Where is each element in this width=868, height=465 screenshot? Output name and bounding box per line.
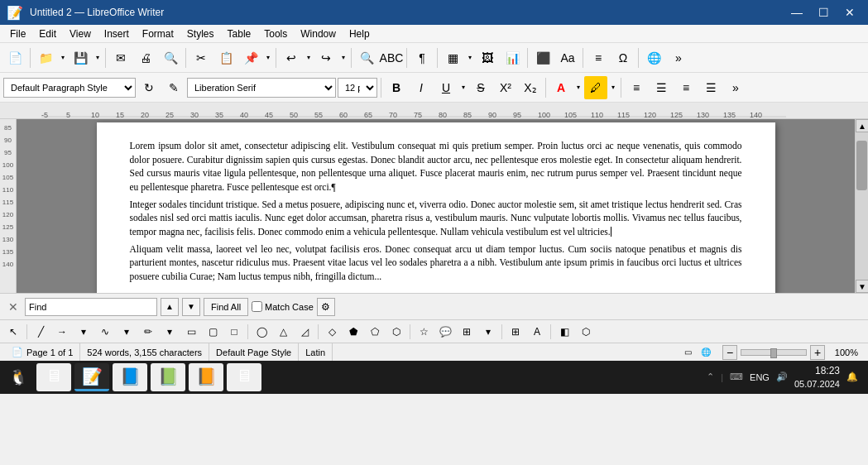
find-all-button[interactable]: Find All bbox=[204, 298, 248, 316]
justify-button[interactable]: ☰ bbox=[699, 76, 722, 99]
arrow-dropdown[interactable]: ▾ bbox=[74, 323, 94, 341]
font-color-button[interactable]: A bbox=[549, 76, 573, 99]
page-break-button[interactable]: ⬛ bbox=[531, 46, 554, 70]
zoom-out-button[interactable]: − bbox=[722, 345, 737, 360]
match-case-checkbox[interactable]: Match Case bbox=[252, 301, 314, 312]
align-right-button[interactable]: ≡ bbox=[674, 76, 698, 99]
underline-button[interactable]: U bbox=[434, 76, 458, 99]
open-dropdown[interactable]: ▾ bbox=[59, 46, 67, 70]
spellcheck-button[interactable]: ABC bbox=[380, 46, 403, 70]
paragraph-1[interactable]: Lorem ipsum dolor sit amet, consectetur … bbox=[130, 139, 742, 194]
curve-dropdown[interactable]: ▾ bbox=[117, 323, 137, 341]
style-update-button[interactable]: ↻ bbox=[137, 76, 161, 99]
zoom-slider[interactable] bbox=[741, 349, 807, 356]
styles-button[interactable]: Aa bbox=[556, 46, 579, 70]
more-fmt-button[interactable]: » bbox=[724, 76, 747, 99]
find-close-button[interactable]: ✕ bbox=[5, 299, 22, 315]
paragraph-3[interactable]: Aliquam velit massa, laoreet vel leo nec… bbox=[130, 242, 742, 284]
menu-styles[interactable]: Styles bbox=[180, 25, 221, 42]
formatting-marks-button[interactable]: ¶ bbox=[410, 46, 434, 70]
ellipse-tool[interactable]: ◯ bbox=[252, 323, 271, 341]
flowchart-tool[interactable]: ⬟ bbox=[343, 323, 363, 341]
find-next-button[interactable]: ▼ bbox=[182, 298, 200, 316]
highlight-dropdown[interactable]: ▾ bbox=[609, 76, 617, 99]
document-area[interactable]: Lorem ipsum dolor sit amet, consectetur … bbox=[17, 119, 855, 293]
menu-tools[interactable]: Tools bbox=[257, 25, 294, 42]
grid-tool[interactable]: ⊞ bbox=[457, 323, 477, 341]
match-case-input[interactable] bbox=[252, 301, 262, 312]
diamond-tool[interactable]: ◇ bbox=[322, 323, 342, 341]
hexagon-tool[interactable]: ⬡ bbox=[386, 323, 406, 341]
subscript-button[interactable]: X₂ bbox=[519, 76, 542, 99]
redo-dropdown[interactable]: ▾ bbox=[339, 46, 348, 70]
save-button[interactable]: 💾 bbox=[69, 46, 92, 70]
document-page[interactable]: Lorem ipsum dolor sit amet, consectetur … bbox=[97, 122, 775, 293]
menu-format[interactable]: Format bbox=[136, 25, 180, 42]
scroll-thumb[interactable] bbox=[856, 141, 867, 190]
find-other-button[interactable]: ⚙ bbox=[317, 298, 335, 316]
right-triangle-tool[interactable]: ◿ bbox=[295, 323, 314, 341]
chart-button[interactable]: 📊 bbox=[501, 46, 524, 70]
curve-tool[interactable]: ∿ bbox=[95, 323, 115, 341]
image-button[interactable]: 🖼 bbox=[476, 46, 499, 70]
find-button[interactable]: 🔍 bbox=[355, 46, 378, 70]
connect-tool[interactable]: ⊞ bbox=[506, 323, 525, 341]
print-button[interactable]: 🖨 bbox=[134, 46, 157, 70]
taskbar-app-sheets[interactable]: 📗 bbox=[151, 363, 185, 391]
strikethrough-button[interactable]: S bbox=[469, 76, 492, 99]
menu-insert[interactable]: Insert bbox=[98, 25, 136, 42]
triangle-tool[interactable]: △ bbox=[273, 323, 293, 341]
superscript-button[interactable]: X² bbox=[494, 76, 517, 99]
left-align-button[interactable]: ≡ bbox=[587, 46, 610, 70]
language-indicator[interactable]: ENG bbox=[750, 372, 770, 382]
menu-help[interactable]: Help bbox=[343, 25, 376, 42]
save-dropdown[interactable]: ▾ bbox=[94, 46, 102, 70]
font-color-dropdown[interactable]: ▾ bbox=[574, 76, 583, 99]
special-char-button[interactable]: Ω bbox=[611, 46, 635, 70]
scroll-up-button[interactable]: ▲ bbox=[856, 119, 868, 132]
paragraph-2[interactable]: Integer sodales tincidunt tristique. Sed… bbox=[130, 198, 742, 239]
align-left-button[interactable]: ≡ bbox=[625, 76, 648, 99]
paragraph-style-select[interactable]: Default Paragraph Style bbox=[3, 78, 136, 98]
vertical-scrollbar[interactable]: ▲ ▼ bbox=[855, 119, 868, 293]
scroll-track[interactable] bbox=[856, 132, 868, 280]
cut-button[interactable]: ✂ bbox=[189, 46, 213, 70]
italic-button[interactable]: I bbox=[410, 76, 433, 99]
undo-dropdown[interactable]: ▾ bbox=[305, 46, 313, 70]
rounded-rect-tool[interactable]: ▢ bbox=[203, 323, 223, 341]
select-tool[interactable]: ↖ bbox=[3, 323, 23, 341]
highlight-button[interactable]: 🖊 bbox=[584, 76, 607, 99]
close-button[interactable]: ✕ bbox=[838, 4, 861, 21]
underline-dropdown[interactable]: ▾ bbox=[459, 76, 468, 99]
rect-tool[interactable]: ▭ bbox=[181, 323, 201, 341]
menu-file[interactable]: File bbox=[3, 25, 32, 42]
normal-view-button[interactable]: ▭ bbox=[679, 345, 696, 360]
pentagon-tool[interactable]: ⬠ bbox=[365, 323, 385, 341]
align-center-button[interactable]: ☰ bbox=[650, 76, 673, 99]
table-button[interactable]: ▦ bbox=[441, 46, 464, 70]
arrow-tool[interactable]: → bbox=[52, 323, 72, 341]
zoom-slider-thumb[interactable] bbox=[770, 348, 777, 358]
3d-tool[interactable]: ⬡ bbox=[576, 323, 596, 341]
find-prev-button[interactable]: ▲ bbox=[161, 298, 179, 316]
taskbar-app-writer[interactable]: 📝 bbox=[74, 363, 109, 391]
menu-view[interactable]: View bbox=[63, 25, 98, 42]
grid-dropdown[interactable]: ▾ bbox=[478, 323, 498, 341]
menu-window[interactable]: Window bbox=[294, 25, 343, 42]
table-dropdown[interactable]: ▾ bbox=[466, 46, 474, 70]
more-button[interactable]: » bbox=[667, 46, 690, 70]
find-input[interactable] bbox=[25, 298, 157, 316]
taskbar-app-monitor[interactable]: 🖥 bbox=[227, 363, 261, 391]
menu-table[interactable]: Table bbox=[221, 25, 258, 42]
taskbar-app-terminal[interactable]: 🖥 bbox=[36, 363, 71, 391]
zoom-in-button[interactable]: + bbox=[810, 345, 825, 360]
redo-button[interactable]: ↪ bbox=[314, 46, 338, 70]
fontwork-tool[interactable]: A bbox=[527, 323, 547, 341]
undo-button[interactable]: ↩ bbox=[280, 46, 303, 70]
callout-tool[interactable]: 💬 bbox=[435, 323, 455, 341]
bold-button[interactable]: B bbox=[385, 76, 408, 99]
minimize-button[interactable]: — bbox=[785, 4, 808, 21]
taskbar-app-chat[interactable]: 📘 bbox=[113, 363, 147, 391]
new-button[interactable]: 📄 bbox=[3, 46, 26, 70]
star-tool[interactable]: ☆ bbox=[414, 323, 434, 341]
